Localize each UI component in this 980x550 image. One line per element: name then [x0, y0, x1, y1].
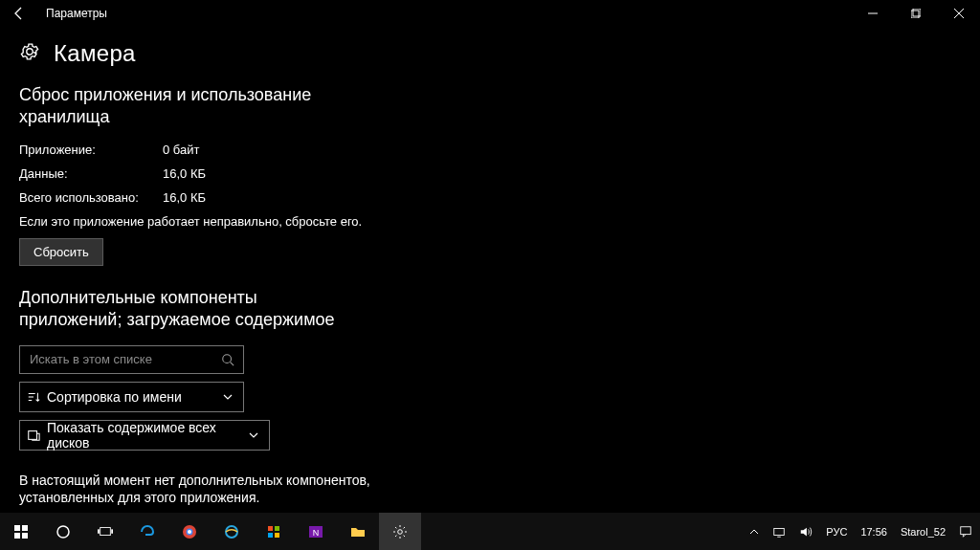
maximize-button[interactable]	[894, 0, 937, 27]
task-view-button[interactable]	[84, 513, 126, 551]
svg-rect-10	[29, 430, 37, 439]
svg-rect-2	[913, 9, 921, 16]
content: Сброс приложения и использование хранили…	[0, 75, 980, 517]
storage-value: 0 байт	[163, 143, 199, 157]
store-icon	[266, 524, 281, 539]
svg-rect-13	[14, 533, 20, 539]
tray-user[interactable]: Starol_52	[897, 513, 949, 551]
section-addons-title-line2: приложений; загружаемое содержимое	[19, 310, 335, 329]
svg-rect-18	[111, 529, 113, 533]
sort-dropdown[interactable]: Сортировка по имени	[19, 382, 244, 412]
storage-label: Всего использовано:	[19, 190, 163, 205]
addons-empty-message: В настоящий момент нет дополнительных ко…	[19, 472, 961, 508]
drives-label: Показать содержимое всех дисков	[47, 420, 238, 451]
onenote-icon: N	[308, 524, 323, 539]
storage-label: Данные:	[19, 166, 163, 181]
section-addons: Дополнительные компоненты приложений; за…	[19, 287, 961, 508]
circle-icon	[56, 524, 71, 539]
taskbar: N РУС 17:56 Starol_52	[0, 512, 980, 550]
storage-label: Приложение:	[19, 143, 163, 157]
taskbar-app-onenote[interactable]: N	[295, 513, 337, 551]
tray-action-center[interactable]	[955, 513, 976, 551]
svg-rect-1	[911, 11, 919, 18]
svg-point-29	[398, 529, 403, 534]
minimize-icon	[868, 9, 878, 18]
restore-icon	[911, 9, 921, 18]
tray-network[interactable]	[768, 513, 790, 551]
gear-icon	[19, 41, 40, 66]
system-tray: РУС 17:56 Starol_52	[746, 513, 980, 551]
taskbar-app-store[interactable]	[253, 513, 295, 551]
network-icon	[772, 525, 786, 539]
taskbar-app-settings[interactable]	[379, 513, 421, 551]
close-icon	[954, 9, 964, 18]
svg-rect-11	[14, 525, 20, 531]
svg-rect-16	[100, 527, 111, 535]
taskbar-app-edge[interactable]	[126, 513, 168, 551]
svg-rect-26	[275, 533, 279, 538]
chevron-down-icon	[238, 429, 269, 441]
section-addons-title: Дополнительные компоненты приложений; за…	[19, 287, 961, 332]
svg-rect-32	[961, 526, 971, 534]
edge-icon	[140, 524, 155, 539]
sort-icon	[20, 390, 47, 404]
cortana-button[interactable]	[42, 513, 84, 551]
tray-language[interactable]: РУС	[822, 513, 851, 551]
notifications-icon	[959, 525, 972, 539]
taskbar-app-explorer[interactable]	[337, 513, 379, 551]
section-reset-title: Сброс приложения и использование хранили…	[19, 84, 402, 129]
chevron-down-icon	[212, 391, 243, 403]
storage-row-app: Приложение: 0 байт	[19, 143, 961, 157]
reset-button[interactable]: Сбросить	[19, 238, 103, 266]
chrome-icon	[182, 524, 197, 539]
storage-row-data: Данные: 16,0 КБ	[19, 166, 961, 181]
storage-row-total: Всего использовано: 16,0 КБ	[19, 190, 961, 205]
tray-overflow[interactable]	[746, 513, 763, 551]
svg-point-21	[188, 530, 191, 534]
svg-rect-24	[275, 526, 279, 531]
drives-dropdown[interactable]: Показать содержимое всех дисков	[19, 420, 270, 451]
svg-rect-25	[268, 533, 273, 538]
minimize-button[interactable]	[851, 0, 894, 27]
chevron-up-icon	[749, 527, 759, 537]
svg-point-15	[57, 526, 69, 538]
page-title: Камера	[54, 40, 136, 67]
speaker-icon	[799, 525, 813, 539]
svg-rect-14	[22, 533, 28, 539]
close-button[interactable]	[937, 0, 980, 27]
svg-rect-30	[774, 528, 785, 535]
sort-label: Сортировка по имени	[47, 389, 212, 405]
svg-rect-17	[98, 529, 100, 533]
page-header: Камера	[0, 27, 980, 75]
svg-rect-12	[22, 525, 28, 531]
tray-volume[interactable]	[795, 513, 816, 551]
drive-icon	[20, 429, 47, 442]
svg-rect-23	[268, 526, 273, 531]
storage-value: 16,0 КБ	[163, 166, 206, 181]
folder-icon	[350, 524, 366, 539]
start-button[interactable]	[0, 513, 42, 551]
arrow-left-icon	[11, 6, 27, 21]
search-icon	[212, 353, 243, 366]
windows-icon	[13, 524, 29, 539]
svg-point-5	[223, 354, 232, 363]
svg-line-6	[231, 362, 234, 365]
svg-text:N: N	[313, 528, 320, 538]
tray-clock[interactable]: 17:56	[857, 513, 891, 551]
gear-icon	[392, 524, 408, 539]
back-button[interactable]	[0, 0, 38, 27]
addons-search-box[interactable]	[19, 345, 244, 374]
taskbar-app-chrome[interactable]	[168, 513, 211, 551]
window-title: Параметры	[38, 7, 107, 20]
svg-point-22	[226, 526, 237, 538]
title-bar: Параметры	[0, 0, 980, 27]
search-input[interactable]	[20, 352, 212, 366]
taskbar-app-ie[interactable]	[211, 513, 253, 551]
reset-help-text: Если это приложение работает неправильно…	[19, 214, 961, 229]
ie-icon	[224, 524, 239, 539]
storage-value: 16,0 КБ	[163, 190, 206, 205]
task-view-icon	[98, 524, 113, 539]
section-addons-title-line1: Дополнительные компоненты	[19, 288, 257, 307]
